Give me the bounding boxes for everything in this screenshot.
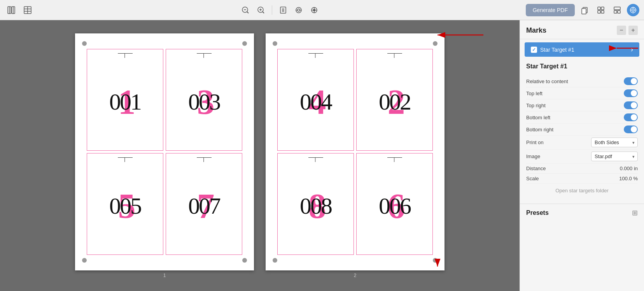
settings-title: Star Target #1 bbox=[526, 63, 638, 70]
setting-image: Image Star.pdf bbox=[526, 150, 638, 164]
fit-width-btn[interactable] bbox=[292, 4, 305, 16]
presets-grid-icon[interactable]: ⊞ bbox=[632, 209, 638, 217]
setting-label-image: Image bbox=[526, 153, 540, 159]
toggle-top-right[interactable] bbox=[624, 101, 638, 109]
page-1-container: 1 001 3 003 bbox=[75, 33, 254, 278]
doc-page-1: 1 001 3 003 bbox=[75, 33, 254, 270]
corner-br-2 bbox=[433, 258, 438, 263]
icon-btn-grid[interactable] bbox=[594, 3, 607, 17]
card-008-content: 8 008 bbox=[300, 163, 331, 250]
page-1-label: 1 bbox=[163, 273, 166, 278]
card-004-content: 4 004 bbox=[300, 59, 331, 146]
card-007-content: 7 007 bbox=[188, 163, 220, 250]
setting-relative-to-content: Relative to content bbox=[526, 75, 638, 87]
toggle-bottom-right[interactable] bbox=[624, 125, 638, 133]
panel-header-wrapper: Marks − + bbox=[520, 20, 644, 39]
card-003: 3 003 bbox=[166, 49, 242, 151]
mark-item-wrapper: Star Target #1 › bbox=[520, 39, 644, 57]
card-003-content: 3 003 bbox=[188, 59, 220, 146]
setting-label-distance: Distance bbox=[526, 166, 546, 171]
canvas-area: 1 001 3 003 bbox=[0, 20, 520, 291]
card-002: 2 002 bbox=[356, 49, 433, 151]
zoom-out-btn[interactable] bbox=[239, 4, 252, 16]
print-on-select[interactable]: Both Sides Front Only Back Only bbox=[591, 138, 638, 147]
svg-rect-35 bbox=[614, 7, 620, 10]
card-005-content: 5 005 bbox=[109, 163, 141, 250]
toggle-bottom-left[interactable] bbox=[624, 113, 638, 121]
toolbar-center bbox=[37, 4, 523, 16]
toolbar-right: Generate PDF bbox=[526, 3, 639, 17]
card-008: 8 008 bbox=[277, 153, 354, 255]
toggle-relative[interactable] bbox=[624, 77, 638, 85]
mark-item-star-target[interactable]: Star Target #1 › bbox=[525, 42, 639, 57]
setting-label-top-left: Top left bbox=[526, 91, 542, 96]
setting-top-right: Top right bbox=[526, 99, 638, 112]
panel-header-buttons: − + bbox=[617, 26, 638, 35]
panel-plus-btn[interactable]: + bbox=[628, 26, 638, 35]
mark-item-expand[interactable]: › bbox=[631, 45, 633, 54]
card-001-content: 1 001 bbox=[109, 59, 141, 146]
setting-scale: Scale 100.0 % bbox=[526, 174, 638, 184]
layout-btn-1[interactable] bbox=[5, 3, 18, 17]
presets-header: Presets ⊞ bbox=[526, 209, 638, 217]
corner-tr-2 bbox=[433, 41, 438, 46]
icon-btn-target[interactable] bbox=[627, 4, 639, 16]
svg-rect-32 bbox=[601, 7, 604, 10]
svg-rect-31 bbox=[598, 7, 600, 10]
setting-label-top-right: Top right bbox=[526, 103, 546, 108]
panel-minus-btn[interactable]: − bbox=[617, 26, 626, 35]
setting-print-on: Print on Both Sides Front Only Back Only bbox=[526, 136, 638, 150]
corner-tl-2 bbox=[273, 41, 277, 46]
actual-size-btn[interactable] bbox=[308, 4, 320, 16]
svg-line-14 bbox=[262, 12, 264, 13]
cards-grid-2: 4 004 2 002 bbox=[273, 45, 437, 259]
open-folder-link[interactable]: Open star targets folder bbox=[526, 184, 638, 197]
setting-top-left: Top left bbox=[526, 87, 638, 99]
setting-label-relative: Relative to content bbox=[526, 78, 568, 84]
main-content: 1 001 3 003 bbox=[0, 20, 644, 291]
card-002-content: 2 002 bbox=[379, 59, 410, 146]
settings-section: Star Target #1 Relative to content Top l… bbox=[520, 57, 644, 204]
image-select[interactable]: Star.pdf bbox=[591, 152, 638, 161]
setting-label-bottom-right: Bottom right bbox=[526, 127, 553, 132]
toolbar-separator bbox=[272, 5, 272, 15]
corner-bl-2 bbox=[273, 258, 277, 263]
setting-label-scale: Scale bbox=[526, 176, 539, 181]
mark-item-label: Star Target #1 bbox=[540, 47, 628, 53]
svg-line-10 bbox=[247, 12, 248, 13]
toolbar: Generate PDF bbox=[0, 0, 644, 20]
toolbar-left bbox=[5, 3, 34, 17]
icon-btn-copy[interactable] bbox=[578, 3, 591, 17]
doc-page-2: 4 004 2 002 bbox=[266, 33, 444, 270]
panel-header: Marks − + bbox=[520, 20, 644, 39]
svg-rect-33 bbox=[598, 10, 600, 13]
fit-page-btn[interactable] bbox=[277, 4, 289, 16]
setting-label-bottom-left: Bottom left bbox=[526, 115, 550, 120]
zoom-in-btn[interactable] bbox=[255, 4, 267, 16]
svg-rect-30 bbox=[582, 9, 586, 14]
icon-btn-layout[interactable] bbox=[611, 3, 624, 17]
card-004: 4 004 bbox=[277, 49, 354, 151]
corner-bl-1 bbox=[82, 258, 87, 263]
setting-distance: Distance 0.000 in bbox=[526, 164, 638, 174]
generate-pdf-button[interactable]: Generate PDF bbox=[526, 4, 575, 16]
presets-title: Presets bbox=[526, 209, 549, 216]
corner-br-1 bbox=[242, 258, 247, 263]
image-select-wrapper: Star.pdf bbox=[591, 152, 638, 161]
mark-checkbox[interactable] bbox=[531, 47, 537, 53]
right-panel: Marks − + Star Target #1 › bbox=[520, 20, 644, 291]
card-007: 7 007 bbox=[166, 153, 242, 255]
svg-rect-36 bbox=[614, 10, 617, 13]
setting-value-scale: 100.0 % bbox=[619, 176, 638, 181]
layout-btn-2[interactable] bbox=[21, 3, 34, 17]
corner-tl-1 bbox=[82, 41, 87, 46]
presets-section: Presets ⊞ bbox=[520, 204, 644, 222]
svg-rect-34 bbox=[601, 10, 604, 13]
toggle-top-left[interactable] bbox=[624, 89, 638, 97]
setting-label-print-on: Print on bbox=[526, 139, 544, 145]
card-005: 5 005 bbox=[87, 153, 163, 255]
page-2-container: 4 004 2 002 bbox=[266, 33, 444, 278]
card-006: 6 006 bbox=[356, 153, 433, 255]
setting-value-distance: 0.000 in bbox=[620, 166, 638, 171]
svg-rect-37 bbox=[618, 10, 620, 13]
